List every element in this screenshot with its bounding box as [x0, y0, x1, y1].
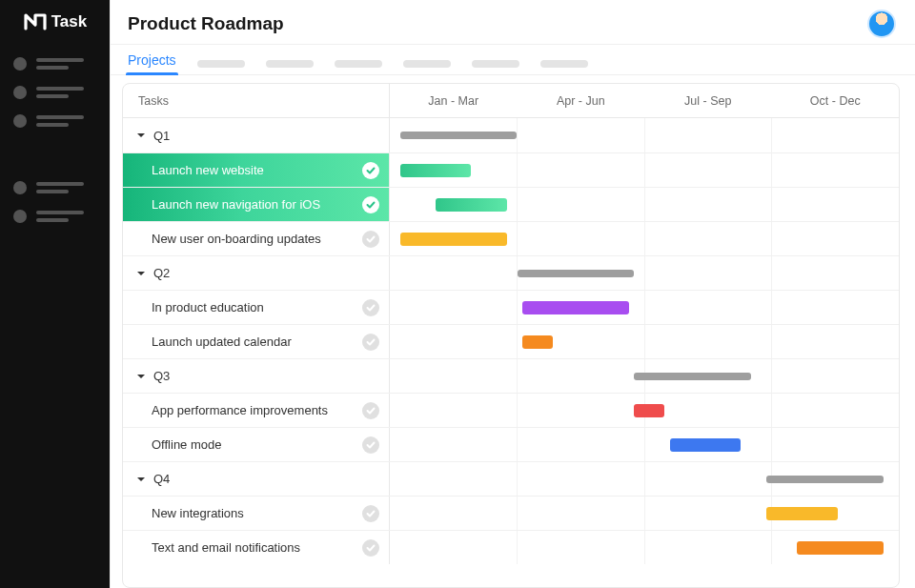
- timeline-cell: [390, 153, 899, 187]
- task-bar[interactable]: [670, 438, 742, 452]
- avatar[interactable]: [867, 10, 896, 38]
- task-bar[interactable]: [634, 404, 664, 417]
- task-bar[interactable]: [436, 198, 507, 212]
- nav-dot-icon: [13, 86, 27, 99]
- month-header: Oct - Dec: [772, 84, 900, 117]
- sidebar-nav: [0, 57, 110, 223]
- task-label: Launch updated calendar: [152, 335, 292, 349]
- task-label: Launch new website: [152, 163, 264, 177]
- check-icon[interactable]: [362, 196, 379, 213]
- task-label: App performance improvements: [152, 403, 328, 417]
- group-label: Q2: [153, 266, 170, 280]
- nav-dot-icon: [13, 57, 27, 71]
- group-label: Q4: [153, 472, 170, 486]
- group-label: Q3: [153, 369, 170, 383]
- nav-dot-icon: [13, 114, 27, 128]
- tab-placeholder[interactable]: [335, 60, 382, 68]
- group-row[interactable]: Q3: [123, 359, 390, 393]
- tab-placeholder[interactable]: [472, 60, 519, 68]
- chevron-down-icon: [136, 372, 146, 381]
- timeline-cell: [390, 188, 899, 221]
- tab-placeholder[interactable]: [403, 60, 451, 68]
- group-summary-bar[interactable]: [518, 270, 635, 277]
- task-bar[interactable]: [522, 335, 553, 349]
- check-icon[interactable]: [362, 539, 379, 557]
- timeline-cell: [390, 256, 899, 290]
- sidebar-item[interactable]: [13, 210, 110, 223]
- task-row[interactable]: New integrations: [123, 497, 390, 530]
- timeline-cell: [390, 462, 899, 496]
- task-bar[interactable]: [797, 541, 884, 555]
- group-row[interactable]: Q2: [123, 256, 390, 290]
- task-row[interactable]: App performance improvements: [123, 394, 390, 427]
- timeline-cell: [390, 325, 899, 358]
- app-name: Task: [51, 12, 88, 31]
- timeline-cell: [390, 497, 899, 530]
- check-icon[interactable]: [362, 162, 379, 179]
- timeline-cell: [390, 531, 899, 564]
- task-bar[interactable]: [400, 164, 472, 177]
- task-row[interactable]: New user on-boarding updates: [123, 222, 390, 255]
- task-row[interactable]: Launch new website: [123, 153, 390, 187]
- month-header: Jul - Sep: [644, 84, 772, 117]
- chevron-down-icon: [136, 269, 146, 278]
- nav-dot-icon: [13, 181, 27, 194]
- check-icon[interactable]: [362, 334, 379, 351]
- sidebar-item[interactable]: [13, 86, 110, 99]
- tab-placeholder[interactable]: [197, 60, 245, 68]
- group-summary-bar[interactable]: [634, 373, 751, 380]
- group-row[interactable]: Q4: [123, 462, 390, 496]
- tab-projects[interactable]: Projects: [128, 52, 176, 74]
- page-title: Product Roadmap: [128, 13, 284, 34]
- timeline-cell: [390, 222, 899, 255]
- check-icon[interactable]: [362, 299, 379, 316]
- timeline-cell: [390, 394, 899, 427]
- timeline-cell: [390, 428, 899, 461]
- tab-placeholder[interactable]: [540, 60, 588, 68]
- task-row[interactable]: Launch new navigation for iOS: [123, 188, 390, 221]
- check-icon[interactable]: [362, 505, 379, 522]
- chevron-down-icon: [136, 131, 146, 140]
- check-icon[interactable]: [362, 231, 379, 248]
- nav-dot-icon: [13, 210, 27, 223]
- tasks-column-header: Tasks: [123, 84, 390, 117]
- task-bar[interactable]: [522, 301, 629, 314]
- task-label: Offline mode: [152, 437, 221, 452]
- group-label: Q1: [153, 129, 170, 143]
- task-row[interactable]: Offline mode: [123, 428, 390, 461]
- chevron-down-icon: [136, 475, 146, 484]
- tab-bar: Projects: [111, 45, 915, 75]
- logo-icon: [23, 10, 48, 34]
- task-row[interactable]: In product education: [123, 291, 390, 324]
- sidebar: Task: [0, 0, 110, 588]
- task-label: New user on-boarding updates: [152, 232, 321, 246]
- task-label: In product education: [152, 300, 264, 314]
- month-header: Jan - Mar: [390, 84, 518, 117]
- timeline-cell: [390, 359, 899, 393]
- task-row[interactable]: Text and email notifications: [123, 531, 390, 564]
- header: Product Roadmap: [111, 0, 915, 45]
- app-logo[interactable]: Task: [23, 10, 88, 34]
- task-label: Launch new navigation for iOS: [152, 197, 320, 212]
- task-label: Text and email notifications: [152, 540, 300, 555]
- sidebar-item[interactable]: [13, 57, 110, 71]
- group-summary-bar[interactable]: [766, 476, 884, 483]
- timeline-cell: [390, 118, 899, 152]
- month-header: Apr - Jun: [518, 84, 645, 117]
- check-icon[interactable]: [362, 436, 379, 454]
- task-bar[interactable]: [400, 233, 507, 246]
- group-summary-bar[interactable]: [400, 132, 518, 139]
- task-bar[interactable]: [766, 507, 838, 520]
- grid-header: Tasks Jan - Mar Apr - Jun Jul - Sep Oct …: [123, 84, 899, 118]
- group-row[interactable]: Q1: [123, 118, 390, 152]
- sidebar-item[interactable]: [13, 114, 110, 128]
- task-label: New integrations: [152, 506, 244, 520]
- task-row[interactable]: Launch updated calendar: [123, 325, 390, 358]
- sidebar-item[interactable]: [13, 181, 110, 194]
- check-icon[interactable]: [362, 402, 379, 419]
- timeline-cell: [390, 291, 899, 324]
- tab-placeholder[interactable]: [266, 60, 314, 68]
